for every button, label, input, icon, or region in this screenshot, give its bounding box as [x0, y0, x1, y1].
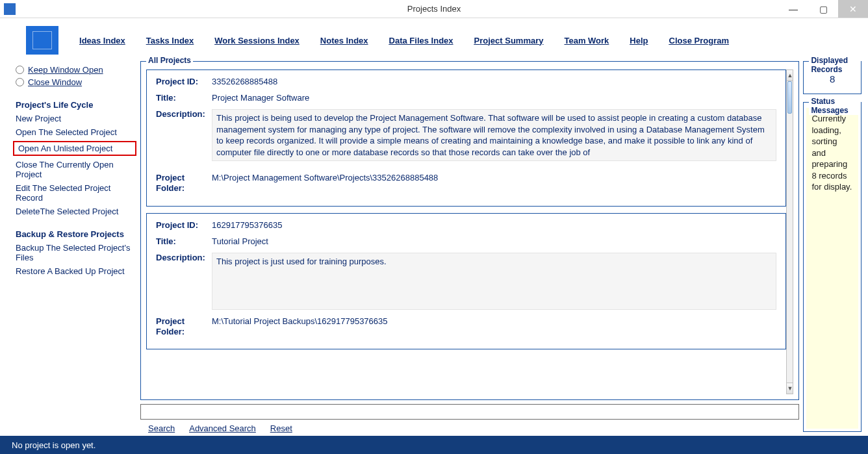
sidebar-close-current[interactable]: Close The Currently Open Project — [16, 160, 136, 179]
all-projects-fieldset: All Projects Project ID: 33526268885488 … — [140, 61, 799, 400]
window-title: Projects Index — [407, 4, 461, 14]
sidebar-header-backup: Backup & Restore Projects — [16, 229, 136, 239]
label-project-folder: Project Folder: — [156, 316, 212, 336]
sidebar: Keep Window Open Close Window Project's … — [16, 61, 136, 436]
window-buttons: — ▢ ✕ — [778, 0, 868, 18]
radio-close-window-label[interactable]: Close Window — [28, 77, 82, 87]
displayed-records-fieldset: Displayed Records 8 — [803, 61, 862, 94]
title-bar: Projects Index — ▢ ✕ — [0, 0, 868, 18]
status-messages-fieldset: Status Messages Currently loading, sorti… — [803, 102, 862, 432]
search-links: Search Advanced Search Reset — [140, 420, 799, 436]
radio-keep-open-input[interactable] — [16, 66, 24, 74]
right-column: Displayed Records 8 Status Messages Curr… — [803, 61, 862, 436]
menu-ideas-index[interactable]: Ideas Index — [79, 36, 125, 45]
value-project-id: 33526268885488 — [212, 77, 277, 86]
value-description: This project is being used to develop th… — [212, 109, 776, 161]
search-link[interactable]: Search — [148, 423, 175, 433]
value-title: Tutorial Project — [212, 236, 268, 246]
sidebar-edit-selected[interactable]: Edit The Selected Project Record — [16, 183, 136, 203]
close-button[interactable]: ✕ — [838, 0, 868, 18]
radio-keep-open-label[interactable]: Keep Window Open — [28, 65, 103, 75]
value-project-folder: M:\Tutorial Project Backups\162917795376… — [212, 316, 388, 336]
menu-notes-index[interactable]: Notes Index — [320, 36, 368, 45]
sidebar-backup-selected[interactable]: Backup The Selected Project's Files — [16, 243, 136, 262]
label-project-id: Project ID: — [156, 77, 212, 86]
menu-close-program[interactable]: Close Program — [669, 36, 729, 45]
menu-help[interactable]: Help — [630, 36, 648, 45]
logo-icon — [26, 26, 58, 55]
radio-keep-window-open[interactable]: Keep Window Open — [16, 65, 136, 75]
sidebar-open-selected[interactable]: Open The Selected Project — [16, 127, 136, 137]
radio-close-window-input[interactable] — [16, 78, 24, 86]
search-input[interactable] — [140, 404, 799, 420]
all-projects-legend: All Projects — [146, 56, 193, 65]
sidebar-delete-selected[interactable]: DeleteThe Selected Project — [16, 207, 136, 216]
menu-bar: Ideas Index Tasks Index Work Sessions In… — [0, 18, 868, 61]
scroll-track[interactable] — [787, 81, 793, 383]
value-title: Project Manager Software — [212, 93, 309, 103]
label-description: Description: — [156, 109, 212, 119]
menu-work-sessions-index[interactable]: Work Sessions Index — [214, 36, 300, 45]
label-project-id: Project ID: — [156, 220, 212, 230]
label-description: Description: — [156, 253, 212, 262]
displayed-records-legend: Displayed Records — [809, 56, 861, 74]
value-description: This project is just used for training p… — [212, 253, 776, 310]
scroll-thumb[interactable] — [787, 81, 792, 114]
sidebar-restore-backup[interactable]: Restore A Backed Up Project — [16, 266, 136, 276]
status-bar-text: No project is open yet. — [12, 440, 96, 450]
sidebar-new-project[interactable]: New Project — [16, 114, 136, 123]
reset-link[interactable]: Reset — [270, 423, 292, 433]
menu-data-files-index[interactable]: Data Files Index — [389, 36, 453, 45]
maximize-button[interactable]: ▢ — [808, 0, 838, 18]
center-column: All Projects Project ID: 33526268885488 … — [140, 61, 799, 436]
minimize-button[interactable]: — — [778, 0, 808, 18]
status-messages-body: Currently loading, sorting and preparing… — [806, 108, 858, 429]
advanced-search-link[interactable]: Advanced Search — [189, 423, 256, 433]
search-row — [140, 404, 799, 420]
sidebar-open-unlisted[interactable]: Open An Unlisted Project — [13, 141, 136, 156]
projects-scrollbar[interactable]: ▲ ▼ — [786, 69, 793, 394]
scroll-up-icon[interactable]: ▲ — [787, 70, 793, 81]
projects-list: Project ID: 33526268885488 Title: Projec… — [146, 69, 786, 394]
sidebar-header-lifecycle: Project's Life Cycle — [16, 100, 136, 110]
label-project-folder: Project Folder: — [156, 173, 212, 193]
menu-team-work[interactable]: Team Work — [564, 36, 609, 45]
status-messages-legend: Status Messages — [809, 97, 861, 115]
value-project-folder: M:\Project Management Software\Projects\… — [212, 173, 438, 193]
value-project-id: 162917795376635 — [212, 220, 282, 230]
work-area: Keep Window Open Close Window Project's … — [0, 61, 868, 436]
app-icon — [4, 3, 16, 15]
project-card[interactable]: Project ID: 162917795376635 Title: Tutor… — [146, 213, 786, 349]
project-card[interactable]: Project ID: 33526268885488 Title: Projec… — [146, 69, 786, 207]
scroll-down-icon[interactable]: ▼ — [787, 383, 793, 394]
radio-close-window[interactable]: Close Window — [16, 77, 136, 87]
status-bar: No project is open yet. — [0, 436, 868, 454]
label-title: Title: — [156, 236, 212, 246]
menu-project-summary[interactable]: Project Summary — [474, 36, 544, 45]
label-title: Title: — [156, 93, 212, 103]
menu-tasks-index[interactable]: Tasks Index — [146, 36, 194, 45]
